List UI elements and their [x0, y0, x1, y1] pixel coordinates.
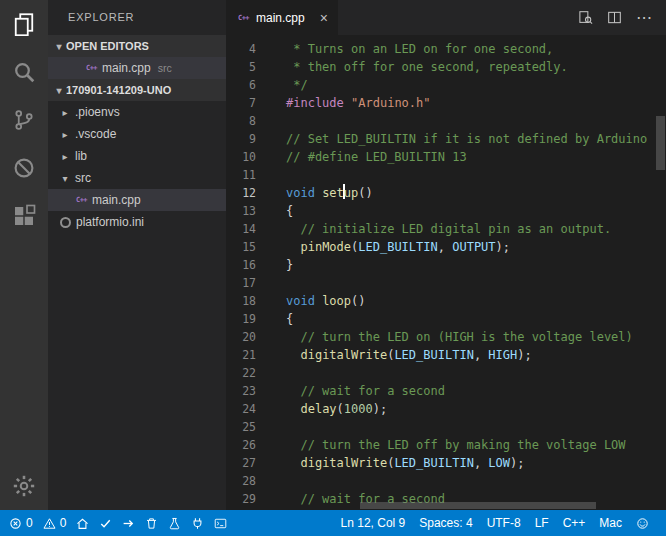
- cpp-file-icon: [236, 10, 251, 25]
- code-line[interactable]: 16}: [226, 256, 666, 274]
- code-text: void setup(): [256, 184, 373, 202]
- sidebar-item-main-cpp[interactable]: main.cpp: [48, 189, 226, 211]
- activity-bar-settings[interactable]: [0, 462, 48, 510]
- tab-main-cpp[interactable]: main.cpp: [226, 0, 338, 35]
- code-line[interactable]: 15 pinMode(LED_BUILTIN, OUTPUT);: [226, 238, 666, 256]
- language-mode[interactable]: C++: [556, 510, 593, 536]
- feedback[interactable]: [629, 510, 656, 536]
- code-line[interactable]: 8: [226, 112, 666, 130]
- more-icon: [636, 9, 652, 27]
- code-line[interactable]: 12void setup(): [226, 184, 666, 202]
- code-text: digitalWrite(LED_BUILTIN, HIGH);: [256, 346, 532, 364]
- code-line[interactable]: 11: [226, 166, 666, 184]
- tab-label: main.cpp: [256, 11, 305, 25]
- open-changes-button[interactable]: [578, 10, 593, 25]
- horizontal-scrollbar[interactable]: [360, 502, 596, 509]
- pio-home[interactable]: [71, 510, 94, 536]
- terminal-icon: [214, 517, 227, 530]
- problems-warnings[interactable]: 0: [38, 510, 72, 536]
- sidebar-item-src[interactable]: src: [48, 167, 226, 189]
- flask-icon: [168, 517, 181, 530]
- code-line[interactable]: 5 * then off for one second, repeatedly.: [226, 58, 666, 76]
- code-line[interactable]: 10// #define LED_BUILTIN 13: [226, 148, 666, 166]
- pio-serial-monitor[interactable]: [186, 510, 209, 536]
- chevron-right-icon: [58, 107, 72, 118]
- code-text: * then off for one second, repeatedly.: [256, 58, 568, 76]
- activity-bar-extensions[interactable]: [0, 192, 48, 240]
- workbench: EXPLORER OPEN EDITORS main.cppsrc 170901…: [0, 0, 666, 510]
- end-of-line[interactable]: LF: [528, 510, 556, 536]
- line-number: 21: [226, 346, 256, 364]
- code-line[interactable]: 23 // wait for a second: [226, 382, 666, 400]
- keymap[interactable]: Mac: [592, 510, 629, 536]
- code-token: ,: [474, 348, 488, 362]
- code-line[interactable]: 22: [226, 364, 666, 382]
- cursor-position[interactable]: Ln 12, Col 9: [334, 510, 413, 536]
- workspace-header[interactable]: 170901-141209-UNO: [48, 79, 226, 101]
- code-line[interactable]: 14 // initialize LED digital pin as an o…: [226, 220, 666, 238]
- code-text: pinMode(LED_BUILTIN, OUTPUT);: [256, 238, 510, 256]
- code-line[interactable]: 7#include "Arduino.h": [226, 94, 666, 112]
- sidebar-item-platformio-ini[interactable]: platformio.ini: [48, 211, 226, 233]
- code-token: (): [351, 294, 365, 308]
- open-editor-main-cpp[interactable]: main.cppsrc: [48, 57, 226, 79]
- code-token: {: [286, 312, 293, 326]
- pio-clean[interactable]: [140, 510, 163, 536]
- line-number: 9: [226, 130, 256, 148]
- code-token: [344, 96, 351, 110]
- code-token: 1000: [344, 402, 373, 416]
- warning-icon: [43, 517, 56, 530]
- code-text: delay(1000);: [256, 400, 387, 418]
- code-line[interactable]: 17: [226, 274, 666, 292]
- tree-item-label: .vscode: [75, 127, 116, 141]
- code-line[interactable]: 25: [226, 418, 666, 436]
- indentation[interactable]: Spaces: 4: [412, 510, 479, 536]
- line-number: 22: [226, 364, 256, 382]
- problems-errors[interactable]: 0: [4, 510, 38, 536]
- tree-item-label: platformio.ini: [76, 215, 144, 229]
- code-line[interactable]: 9// Set LED_BUILTIN if it is not defined…: [226, 130, 666, 148]
- pio-test[interactable]: [163, 510, 186, 536]
- code-line[interactable]: 28: [226, 472, 666, 490]
- split-editor-button[interactable]: [607, 10, 622, 25]
- pio-upload[interactable]: [117, 510, 140, 536]
- open-changes-icon: [578, 10, 593, 25]
- code-token: OUTPUT: [452, 240, 495, 254]
- code-token: );: [496, 240, 510, 254]
- code-token: {: [286, 204, 293, 218]
- code-line[interactable]: 26 // turn the LED off by making the vol…: [226, 436, 666, 454]
- vertical-scrollbar[interactable]: [656, 116, 665, 170]
- more-actions-button[interactable]: [636, 9, 652, 27]
- activity-bar-source-control[interactable]: [0, 96, 48, 144]
- code-area[interactable]: 4 * Turns on an LED on for one second,5 …: [226, 35, 666, 510]
- code-line[interactable]: 4 * Turns on an LED on for one second,: [226, 40, 666, 58]
- pio-build[interactable]: [94, 510, 117, 536]
- encoding[interactable]: UTF-8: [480, 510, 528, 536]
- line-number: 19: [226, 310, 256, 328]
- pio-terminal[interactable]: [209, 510, 232, 536]
- code-line[interactable]: 21 digitalWrite(LED_BUILTIN, HIGH);: [226, 346, 666, 364]
- smiley-icon: [636, 517, 649, 530]
- sidebar-item-pioenvs[interactable]: .pioenvs: [48, 101, 226, 123]
- activity-bar-spacer: [0, 240, 48, 462]
- code-line[interactable]: 20 // turn the LED on (HIGH is the volta…: [226, 328, 666, 346]
- code-line[interactable]: 27 digitalWrite(LED_BUILTIN, LOW);: [226, 454, 666, 472]
- sidebar-item-vscode[interactable]: .vscode: [48, 123, 226, 145]
- sidebar-item-lib[interactable]: lib: [48, 145, 226, 167]
- code-line[interactable]: 13{: [226, 202, 666, 220]
- activity-bar-explorer[interactable]: [0, 0, 48, 48]
- line-number: 12: [226, 184, 256, 202]
- activity-bar-search[interactable]: [0, 48, 48, 96]
- activity-bar-debug[interactable]: [0, 144, 48, 192]
- code-line[interactable]: 19{: [226, 310, 666, 328]
- problems-warnings-label: 0: [60, 516, 67, 530]
- open-editors-label: OPEN EDITORS: [66, 40, 149, 52]
- code-line[interactable]: 18void loop(): [226, 292, 666, 310]
- code-line[interactable]: 6 */: [226, 76, 666, 94]
- code-line[interactable]: 24 delay(1000);: [226, 400, 666, 418]
- code-text: // wait for a second: [256, 382, 445, 400]
- open-editors-header[interactable]: OPEN EDITORS: [48, 35, 226, 57]
- open-editor-detail: src: [158, 62, 172, 74]
- search-icon: [12, 60, 36, 84]
- close-icon[interactable]: [320, 11, 328, 25]
